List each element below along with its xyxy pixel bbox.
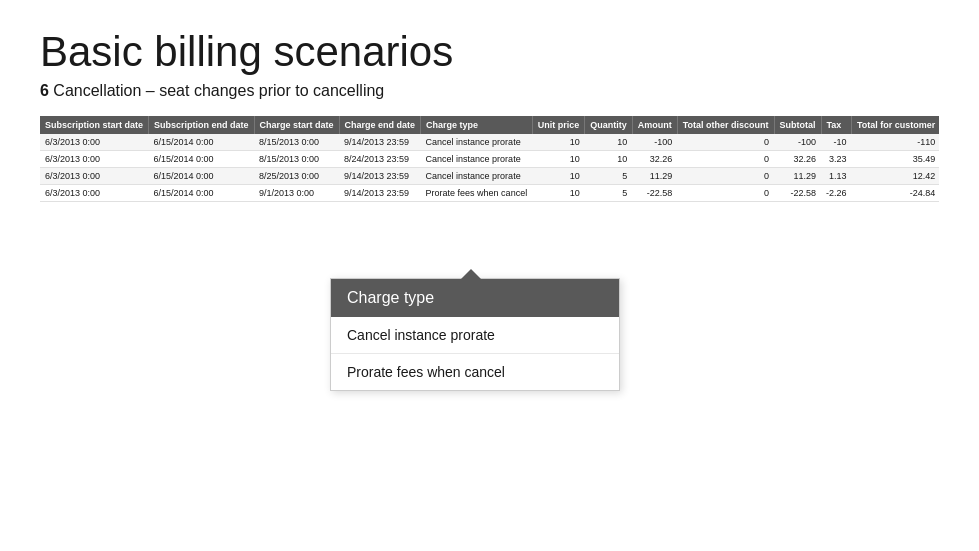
- page-title: Basic billing scenarios: [0, 0, 979, 82]
- col-amount: Amount: [632, 116, 677, 134]
- tooltip-item-0[interactable]: Cancel instance prorate: [331, 317, 619, 354]
- charge-type-tooltip: Charge type Cancel instance prorate Pror…: [330, 278, 620, 391]
- col-total-other-discount: Total other discount: [677, 116, 774, 134]
- col-total-for-customer: Total for customer: [852, 116, 939, 134]
- table-row: 6/3/2013 0:006/15/2014 0:008/15/2013 0:0…: [40, 151, 939, 168]
- col-charge-type: Charge type: [421, 116, 533, 134]
- col-subtotal: Subtotal: [774, 116, 821, 134]
- col-charge-start: Charge start date: [254, 116, 339, 134]
- table-row: 6/3/2013 0:006/15/2014 0:009/1/2013 0:00…: [40, 185, 939, 202]
- col-quantity: Quantity: [585, 116, 633, 134]
- col-tax: Tax: [821, 116, 852, 134]
- billing-table-container: Subscription start date Subscription end…: [40, 116, 939, 202]
- subtitle-number: 6: [40, 82, 49, 99]
- subtitle: 6 Cancellation – seat changes prior to c…: [0, 82, 979, 116]
- col-charge-end: Charge end date: [339, 116, 421, 134]
- table-row: 6/3/2013 0:006/15/2014 0:008/15/2013 0:0…: [40, 134, 939, 151]
- table-row: 6/3/2013 0:006/15/2014 0:008/25/2013 0:0…: [40, 168, 939, 185]
- billing-table: Subscription start date Subscription end…: [40, 116, 939, 202]
- tooltip-item-1[interactable]: Prorate fees when cancel: [331, 354, 619, 390]
- col-sub-end: Subscription end date: [149, 116, 255, 134]
- tooltip-header: Charge type: [331, 279, 619, 317]
- table-header-row: Subscription start date Subscription end…: [40, 116, 939, 134]
- subtitle-text: Cancellation – seat changes prior to can…: [53, 82, 384, 99]
- col-unit-price: Unit price: [532, 116, 585, 134]
- col-sub-start: Subscription start date: [40, 116, 149, 134]
